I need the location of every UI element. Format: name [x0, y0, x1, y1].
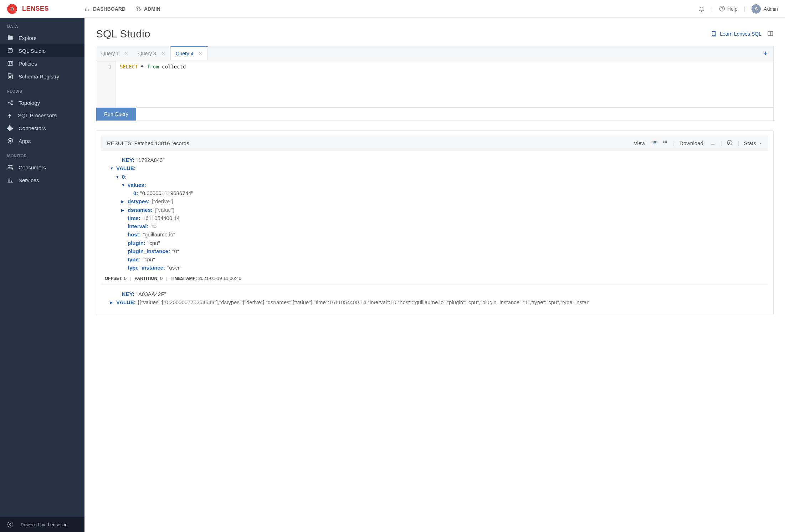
- result-record: KEY:"1792A843" ▼VALUE: ▼0: ▼values: 0:"0…: [101, 151, 768, 285]
- sliders-icon: [7, 164, 14, 170]
- header-right: | Help | A Admin: [698, 4, 778, 14]
- tab-query-4[interactable]: Query 4 ✕: [170, 46, 208, 60]
- chevron-down-icon: [758, 141, 763, 145]
- svg-point-8: [11, 103, 13, 105]
- editor-toolbar: Run Query: [96, 107, 773, 121]
- download-icon: [710, 140, 715, 145]
- svg-rect-18: [666, 141, 667, 142]
- sidebar: DATA Explore SQL Studio Policies Schema …: [0, 18, 84, 325]
- results-summary: RESULTS: Fetched 13816 records: [107, 140, 189, 146]
- avatar: A: [751, 4, 761, 14]
- svg-rect-4: [8, 62, 13, 66]
- tab-query-1[interactable]: Query 1 ✕: [96, 47, 133, 60]
- page-header: SQL Studio Learn Lenses SQL: [96, 28, 774, 40]
- sidebar-item-services[interactable]: Services: [0, 174, 84, 186]
- svg-point-12: [9, 167, 10, 168]
- line-gutter: 1: [96, 61, 116, 107]
- view-grid-button[interactable]: [662, 140, 668, 147]
- run-query-button[interactable]: Run Query: [96, 108, 136, 121]
- record-metadata: OFFSET: 0 | PARTITION: 0 | TIMESTAMP: 20…: [105, 272, 765, 281]
- caret-icon[interactable]: ▶: [121, 199, 126, 205]
- svg-rect-20: [665, 142, 666, 143]
- close-icon[interactable]: ✕: [124, 51, 128, 56]
- close-icon[interactable]: ✕: [161, 51, 165, 56]
- help-icon: [719, 6, 725, 12]
- bar-chart-icon: [84, 6, 90, 12]
- close-icon[interactable]: ✕: [198, 51, 202, 56]
- columns-icon: [767, 30, 774, 37]
- gear-icon: [135, 6, 141, 12]
- results-toolbar: RESULTS: Fetched 13816 records View: | D…: [101, 135, 768, 151]
- svg-point-5: [9, 63, 10, 64]
- result-record: KEY:"A03AA42F" ▶VALUE:[{"values":["0.200…: [101, 285, 768, 310]
- panel-toggle-button[interactable]: [767, 30, 774, 38]
- document-icon: [7, 73, 14, 80]
- view-list-button[interactable]: [652, 140, 657, 147]
- share-icon: [7, 99, 14, 106]
- info-icon: [727, 140, 733, 145]
- page-title: SQL Studio: [96, 28, 150, 40]
- learn-lenses-sql-link[interactable]: Learn Lenses SQL: [711, 31, 761, 37]
- caret-icon[interactable]: ▼: [121, 182, 126, 188]
- svg-rect-17: [665, 141, 666, 142]
- chart-icon: [7, 177, 14, 183]
- logo[interactable]: LENSES: [7, 4, 84, 14]
- sql-editor: 1 SELECT * from collectd Run Query: [96, 61, 774, 121]
- add-tab-button[interactable]: +: [758, 46, 773, 61]
- sidebar-item-explore[interactable]: Explore: [0, 31, 84, 44]
- puzzle-icon: [7, 125, 14, 131]
- sidebar-section-flows: FLOWS: [0, 83, 84, 96]
- folder-icon: [7, 35, 14, 41]
- svg-point-13: [12, 168, 13, 169]
- sidebar-item-schema-registry[interactable]: Schema Registry: [0, 70, 84, 83]
- grid-icon: [662, 140, 668, 145]
- bolt-icon: [7, 113, 13, 118]
- list-icon: [652, 140, 657, 145]
- sidebar-item-consumers[interactable]: Consumers: [0, 161, 84, 174]
- app-header: LENSES DASHBOARD ADMIN | Help | A Admin: [0, 0, 785, 18]
- nav-dashboard[interactable]: DASHBOARD: [84, 6, 125, 12]
- main-content: SQL Studio Learn Lenses SQL Query 1 ✕ Qu…: [84, 18, 785, 325]
- results-panel: RESULTS: Fetched 13816 records View: | D…: [96, 130, 774, 315]
- download-button[interactable]: [710, 140, 715, 147]
- id-card-icon: [7, 60, 14, 67]
- sidebar-item-apps[interactable]: Apps: [0, 134, 84, 147]
- sidebar-item-sql-processors[interactable]: SQL Processors: [0, 109, 84, 122]
- logo-icon: [7, 4, 17, 14]
- caret-icon[interactable]: ▼: [110, 165, 115, 172]
- info-button[interactable]: [727, 140, 733, 147]
- sidebar-item-sql-studio[interactable]: SQL Studio: [0, 44, 84, 57]
- svg-rect-19: [663, 142, 665, 143]
- target-icon: [7, 138, 14, 144]
- svg-point-7: [11, 100, 13, 102]
- database-icon: [7, 47, 14, 54]
- header-nav: DASHBOARD ADMIN: [84, 6, 170, 12]
- svg-rect-21: [666, 142, 667, 143]
- logo-text: LENSES: [22, 5, 49, 12]
- query-tabs: Query 1 ✕ Query 3 ✕ Query 4 ✕ +: [96, 46, 774, 61]
- svg-point-11: [11, 165, 12, 166]
- sidebar-item-topology[interactable]: Topology: [0, 96, 84, 109]
- caret-icon[interactable]: ▶: [121, 207, 126, 213]
- bell-icon[interactable]: [698, 6, 705, 12]
- svg-point-6: [8, 102, 10, 104]
- svg-point-10: [10, 140, 11, 142]
- book-icon: [711, 31, 717, 37]
- svg-point-3: [8, 48, 12, 50]
- caret-icon[interactable]: ▶: [110, 300, 115, 306]
- sidebar-section-monitor: MONITOR: [0, 147, 84, 161]
- user-menu[interactable]: A Admin: [751, 4, 778, 14]
- tab-query-3[interactable]: Query 3 ✕: [133, 47, 170, 60]
- caret-icon[interactable]: ▼: [116, 174, 120, 180]
- sidebar-item-policies[interactable]: Policies: [0, 57, 84, 70]
- stats-dropdown[interactable]: Stats: [744, 140, 763, 146]
- nav-admin[interactable]: ADMIN: [135, 6, 160, 12]
- svg-point-1: [12, 8, 12, 9]
- sidebar-section-data: DATA: [0, 18, 84, 31]
- code-content[interactable]: SELECT * from collectd: [116, 61, 190, 107]
- code-editor[interactable]: 1 SELECT * from collectd: [96, 61, 773, 107]
- sidebar-item-connectors[interactable]: Connectors: [0, 122, 84, 134]
- help-link[interactable]: Help: [719, 6, 738, 12]
- svg-rect-16: [663, 141, 665, 142]
